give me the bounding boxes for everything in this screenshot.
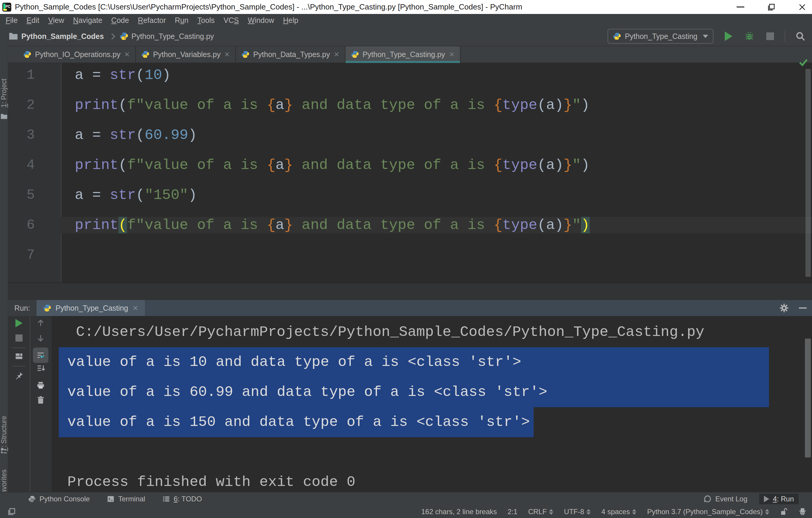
menu-view[interactable]: View bbox=[44, 16, 68, 25]
status-caret-position[interactable]: 2:1 bbox=[508, 508, 517, 516]
menu-refactor[interactable]: Refactor bbox=[134, 16, 171, 25]
pin-icon[interactable] bbox=[14, 371, 24, 380]
toolbar-python-console[interactable]: Python Console bbox=[28, 495, 90, 503]
clear-all-trash-icon[interactable] bbox=[36, 396, 45, 405]
console-output-line[interactable]: value of a is 150 and data type of a is … bbox=[52, 407, 812, 437]
console-script-path[interactable]: C:/Users/User/PycharmProjects/Python_Sam… bbox=[52, 317, 812, 347]
run-configuration-name: Python_Type_Casting bbox=[625, 32, 697, 41]
line-number[interactable]: 2 bbox=[8, 98, 61, 113]
menu-edit[interactable]: Edit bbox=[22, 16, 44, 25]
todo-list-icon bbox=[162, 495, 170, 503]
menu-window[interactable]: Window bbox=[243, 16, 279, 25]
unlock-icon[interactable] bbox=[780, 508, 788, 516]
tab-label: Python_Type_Casting.py bbox=[363, 50, 445, 59]
status-line-separator[interactable]: CRLF bbox=[528, 508, 553, 516]
stop-button[interactable] bbox=[766, 32, 774, 40]
menu-vcs[interactable]: VCS bbox=[219, 16, 243, 25]
code-line-1[interactable]: 1 a = str(10) bbox=[8, 63, 812, 90]
close-icon[interactable] bbox=[224, 51, 230, 57]
code-line-4[interactable]: 4 print(f"value of a is {a} and data typ… bbox=[8, 150, 812, 180]
debug-button[interactable] bbox=[744, 31, 754, 41]
inspections-ok-check-icon[interactable] bbox=[799, 57, 808, 67]
menu-navigate[interactable]: Navigate bbox=[68, 16, 107, 25]
soft-wrap-toggle[interactable] bbox=[33, 348, 48, 363]
tab-label: Python_IO_Operations.py bbox=[35, 50, 120, 59]
code-text[interactable]: a = str("150") bbox=[61, 187, 812, 203]
scroll-to-end-icon[interactable] bbox=[36, 364, 45, 373]
status-interpreter[interactable]: Python 3.7 (Python_Sample_Codes) bbox=[647, 508, 769, 516]
toolbar-terminal[interactable]: Terminal bbox=[107, 495, 145, 503]
tab-python-type-casting[interactable]: Python_Type_Casting.py bbox=[345, 46, 461, 62]
close-button[interactable] bbox=[797, 2, 807, 12]
line-number[interactable]: 4 bbox=[8, 157, 61, 173]
close-icon[interactable] bbox=[124, 51, 130, 57]
breadcrumb-file[interactable]: Python_Type_Casting.py bbox=[132, 32, 214, 41]
code-line-5[interactable]: 5 a = str("150") bbox=[8, 180, 812, 210]
restore-button[interactable] bbox=[766, 2, 776, 12]
structure-tool-icon[interactable] bbox=[1, 448, 7, 455]
hide-panel-icon[interactable] bbox=[799, 307, 807, 308]
editor-run-splitter[interactable] bbox=[8, 282, 812, 300]
menu-help[interactable]: Help bbox=[279, 16, 303, 25]
down-arrow-icon[interactable] bbox=[36, 334, 45, 343]
rerun-icon[interactable] bbox=[16, 319, 23, 327]
run-button[interactable] bbox=[725, 31, 732, 41]
code-text[interactable]: print(f"value of a is {a} and data type … bbox=[61, 217, 812, 234]
python-console-icon bbox=[28, 495, 36, 503]
run-configuration-select[interactable]: Python_Type_Casting bbox=[608, 29, 714, 44]
menu-file[interactable]: File bbox=[1, 16, 22, 25]
run-tab-python-type-casting[interactable]: Python_Type_Casting bbox=[36, 300, 145, 316]
code-editor[interactable]: 1 a = str(10) 2 print(f"value of a is {a… bbox=[8, 63, 812, 282]
line-number[interactable]: 6 bbox=[8, 217, 61, 233]
menu-run[interactable]: Run bbox=[170, 16, 193, 25]
menu-code[interactable]: Code bbox=[107, 16, 134, 25]
close-icon[interactable] bbox=[334, 51, 340, 57]
search-everywhere-icon[interactable] bbox=[795, 31, 806, 41]
console-scrollbar[interactable] bbox=[805, 338, 811, 457]
breadcrumb-project[interactable]: Python_Sample_Codes bbox=[21, 32, 104, 41]
console-output-line[interactable]: value of a is 10 and data type of a is <… bbox=[52, 347, 812, 377]
editor-scrollbar[interactable] bbox=[806, 69, 811, 277]
console-output-line[interactable]: value of a is 60.99 and data type of a i… bbox=[52, 377, 812, 407]
code-line-7[interactable]: 7 bbox=[8, 240, 812, 270]
status-encoding[interactable]: UTF-8 bbox=[564, 508, 590, 516]
print-icon[interactable] bbox=[36, 381, 45, 390]
menu-tools[interactable]: Tools bbox=[193, 16, 219, 25]
code-text[interactable]: print(f"value of a is {a} and data type … bbox=[61, 97, 812, 113]
tab-python-data-types[interactable]: Python_Data_Types.py bbox=[236, 46, 345, 62]
toolbar-todo[interactable]: 6: TODO bbox=[162, 495, 202, 503]
tab-python-variables[interactable]: Python_Variables.py bbox=[136, 46, 236, 62]
event-log-button[interactable]: Event Log bbox=[703, 495, 747, 503]
close-icon[interactable] bbox=[133, 305, 138, 311]
line-number[interactable]: 3 bbox=[8, 128, 61, 143]
code-text[interactable]: print(f"value of a is {a} and data type … bbox=[61, 157, 812, 173]
console-blank-line bbox=[52, 437, 812, 467]
project-tool-icon[interactable] bbox=[1, 113, 7, 119]
close-icon[interactable] bbox=[449, 51, 455, 57]
line-number[interactable]: 1 bbox=[8, 67, 61, 83]
minimize-button[interactable] bbox=[735, 2, 746, 12]
code-text[interactable]: a = str(60.99) bbox=[61, 127, 812, 143]
run-tool-window-button[interactable]: 4: Run bbox=[759, 494, 799, 505]
up-arrow-icon[interactable] bbox=[36, 319, 45, 327]
run-console-output[interactable]: C:/Users/User/PycharmProjects/Python_Sam… bbox=[51, 316, 812, 492]
tool-window-switcher-icon[interactable] bbox=[7, 507, 16, 516]
console-process-status[interactable]: Process finished with exit code 0 bbox=[52, 467, 812, 492]
updown-icon bbox=[765, 509, 769, 515]
line-number[interactable]: 7 bbox=[8, 247, 61, 263]
gear-icon[interactable] bbox=[779, 303, 789, 313]
line-number[interactable]: 5 bbox=[8, 187, 61, 203]
sidebar-item-project[interactable]: 1: Project bbox=[0, 74, 8, 112]
code-line-3[interactable]: 3 a = str(60.99) bbox=[8, 120, 812, 150]
highlighting-level-hector-icon[interactable] bbox=[799, 508, 807, 516]
title-bar: PC Python_Sample_Codes [C:\Users\User\Py… bbox=[0, 0, 812, 14]
status-indent[interactable]: 4 spaces bbox=[601, 508, 636, 516]
code-line-2[interactable]: 2 print(f"value of a is {a} and data typ… bbox=[8, 90, 812, 120]
restore-layout-icon[interactable] bbox=[14, 352, 24, 361]
python-file-icon bbox=[241, 50, 250, 58]
code-text[interactable]: a = str(10) bbox=[61, 67, 812, 83]
updown-icon bbox=[632, 509, 636, 515]
tab-python-io-operations[interactable]: Python_IO_Operations.py bbox=[18, 46, 136, 62]
code-line-6-current[interactable]: 6 print(f"value of a is {a} and data typ… bbox=[8, 210, 812, 240]
stop-icon[interactable] bbox=[16, 334, 23, 342]
